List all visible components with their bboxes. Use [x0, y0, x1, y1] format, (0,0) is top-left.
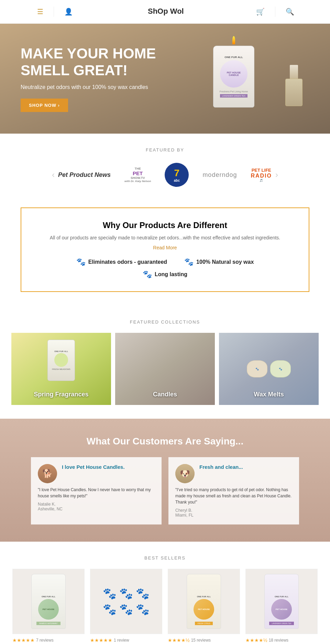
testimonial-content-2: Fresh and clean... [199, 464, 243, 471]
product-img-citrus[interactable]: ONE FUR ALL PET HOUSE FRESH CITRUS [168, 569, 240, 634]
svg-text:ShOp Wol: ShOp Wol [148, 7, 184, 15]
paw-blue: 🐾 [103, 587, 117, 600]
product-rating-bamboo: ★★★★★ 7 reviews [12, 637, 85, 643]
collection-candles[interactable]: Candles [115, 333, 215, 405]
paw-icon-1: 🐾 [76, 258, 86, 267]
stars-bamboo: ★★★★★ [12, 637, 35, 643]
testimonial-header-1: 🐕 I love Pet House Candles. [38, 464, 155, 483]
featured-collections-label: FEATURED COLLECTIONS [7, 319, 323, 325]
paw-icon-2: 🐾 [184, 258, 194, 267]
product-rating-lavender: ★★★★½ 18 reviews [245, 637, 318, 643]
testimonials-section: What Our Customers Are Saying... 🐕 I lov… [0, 419, 330, 542]
featured-collections-section: FEATURED COLLECTIONS ONE FUR ALL FRESH M… [0, 306, 330, 419]
logo-pet-life-radio: PET LIFE RADIO 🎵 [251, 168, 272, 182]
reviewer-name-2: Cheryl B. Miami, FL [175, 508, 292, 518]
product-img-lavender[interactable]: ONE FUR ALL PET HOUSE LAVENDER GREEN TEA [245, 569, 318, 634]
logo-pet-product-news: Pet Product News [58, 171, 111, 179]
product-rating-citrus: ★★★★½ 15 reviews [168, 637, 240, 643]
collection-spring-label: Spring Fragrances [11, 391, 111, 398]
paw-purple: 🐾 [103, 603, 117, 616]
stars-car: ★★★★★ [90, 637, 112, 643]
product-img-bamboo[interactable]: ONE FUR ALL PET HOUSE BAMBOO WATERMINT [12, 569, 85, 634]
product-card-citrus: ONE FUR ALL PET HOUSE FRESH CITRUS ★★★★½… [168, 569, 240, 644]
paw-green: 🐾 [119, 587, 133, 600]
product-rating-car: ★★★★★ 1 review [90, 637, 162, 643]
review-count-lavender: 18 reviews [269, 638, 288, 643]
featured-by-section: FEATURED BY ‹ Pet Product News THE PET S… [0, 134, 330, 201]
reviewer-avatar-2: 🐶 [175, 464, 195, 483]
hero-candle-product: ONE FUR ALL PET HOUSECANDLE Freshens Pet… [206, 31, 261, 116]
best-sellers-label: BEST SELLERS [10, 555, 320, 561]
why-different-title: Why Our Products Are Different [35, 221, 295, 230]
why-different-desc: All of our products are specially made t… [35, 235, 295, 240]
logo-abc: 7 abc [165, 163, 189, 187]
hero-subtext: Neutralize pet odors with our 100% soy w… [21, 84, 156, 90]
why-feature-natural: 🐾 100% Natural soy wax [184, 258, 254, 267]
testimonial-title-2: Fresh and clean... [199, 464, 243, 470]
why-different-read-more[interactable]: Read More [153, 245, 177, 250]
nav-logo[interactable]: ShOp Wol [110, 4, 220, 19]
carousel-prev-arrow[interactable]: ‹ [48, 167, 58, 183]
hero-headline: MAKE YOUR HOME SMELL GREAT! [21, 45, 156, 79]
logo-pet-show: THE PET SHOW.TV with Dr. Katy Nelson [124, 167, 151, 183]
testimonial-card-1: 🐕 I love Pet House Candles. "I love Pet … [31, 457, 162, 524]
featured-logos-container: Pet Product News THE PET SHOW.TV with Dr… [58, 163, 272, 187]
stars-lavender: ★★★★½ [245, 637, 267, 643]
best-sellers-section: BEST SELLERS ONE FUR ALL PET HOUSE BAMBO… [0, 542, 330, 644]
hero-content: MAKE YOUR HOME SMELL GREAT! Neutralize p… [21, 45, 156, 112]
menu-icon[interactable]: ☰ [37, 8, 43, 16]
hero-banner: MAKE YOUR HOME SMELL GREAT! Neutralize p… [0, 24, 330, 134]
featured-by-label: FEATURED BY [7, 147, 323, 152]
collection-spring-fragrances[interactable]: ONE FUR ALL FRESH MEADOWS Spring Fragran… [11, 333, 111, 405]
collections-grid: ONE FUR ALL FRESH MEADOWS Spring Fragran… [7, 333, 323, 405]
testimonial-text-2: "I've tried so many products to get rid … [175, 487, 292, 505]
cart-icon[interactable]: 🛒 [256, 8, 265, 16]
why-features-list: 🐾 Eliminates odors - guaranteed 🐾 100% N… [35, 258, 295, 267]
testimonial-text-1: "I love Pet House Candles. Now I never h… [38, 487, 155, 499]
product-card-car-freshener: 🐾 🐾 🐾 🐾 🐾 🐾 ★★★★★ 1 review Car Freshener… [90, 569, 162, 644]
review-count-car: 1 review [114, 638, 129, 643]
testimonial-header-2: 🐶 Fresh and clean... [175, 464, 292, 483]
why-features-row2: 🐾 Long lasting [35, 270, 295, 279]
hero-vase-decoration [272, 27, 316, 106]
testimonial-content-1: I love Pet House Candles. [62, 464, 125, 471]
testimonials-grid: 🐕 I love Pet House Candles. "I love Pet … [14, 457, 316, 524]
review-count-bamboo: 7 reviews [36, 638, 54, 643]
product-card-lavender: ONE FUR ALL PET HOUSE LAVENDER GREEN TEA… [245, 569, 318, 644]
search-icon[interactable]: 🔍 [286, 8, 294, 16]
paw-pink: 🐾 [136, 587, 150, 600]
nav-left: ☰ 👤 [0, 7, 110, 17]
stars-citrus: ★★★★½ [168, 637, 190, 643]
user-icon[interactable]: 👤 [64, 8, 73, 16]
top-nav: ☰ 👤 ShOp Wol 🛒 🔍 [0, 0, 330, 24]
reviewer-name-1: Natalie K. Asheville, NC [38, 502, 155, 511]
why-different-box: Why Our Products Are Different All of ou… [21, 207, 309, 292]
review-count-citrus: 15 reviews [191, 638, 211, 643]
testimonials-title: What Our Customers Are Saying... [14, 436, 316, 447]
why-feature-odors: 🐾 Eliminates odors - guaranteed [76, 258, 167, 267]
carousel-next-arrow[interactable]: › [272, 167, 282, 183]
collection-wax-melts[interactable]: 🐾 🐾 Wax Melts [219, 333, 319, 405]
paws-display: 🐾 🐾 🐾 🐾 🐾 🐾 [90, 581, 162, 621]
products-grid: ONE FUR ALL PET HOUSE BAMBOO WATERMINT ★… [10, 569, 320, 644]
nav-right: 🛒 🔍 [220, 7, 330, 17]
testimonial-title-1: I love Pet House Candles. [62, 464, 125, 470]
shop-now-button[interactable]: SHOP NOW › [21, 99, 68, 112]
reviewer-avatar-1: 🐕 [38, 464, 57, 483]
collection-candles-label: Candles [115, 391, 215, 398]
paw-red: 🐾 [136, 603, 150, 616]
testimonial-card-2: 🐶 Fresh and clean... "I've tried so many… [168, 457, 299, 524]
paw-icon-3: 🐾 [143, 270, 152, 279]
product-img-car-freshener[interactable]: 🐾 🐾 🐾 🐾 🐾 🐾 [90, 569, 162, 634]
why-feature-long-lasting: 🐾 Long lasting [143, 270, 187, 279]
paw-tan: 🐾 [119, 603, 133, 616]
product-card-bamboo: ONE FUR ALL PET HOUSE BAMBOO WATERMINT ★… [12, 569, 85, 644]
logo-modern-dog: moderndog [202, 171, 237, 179]
